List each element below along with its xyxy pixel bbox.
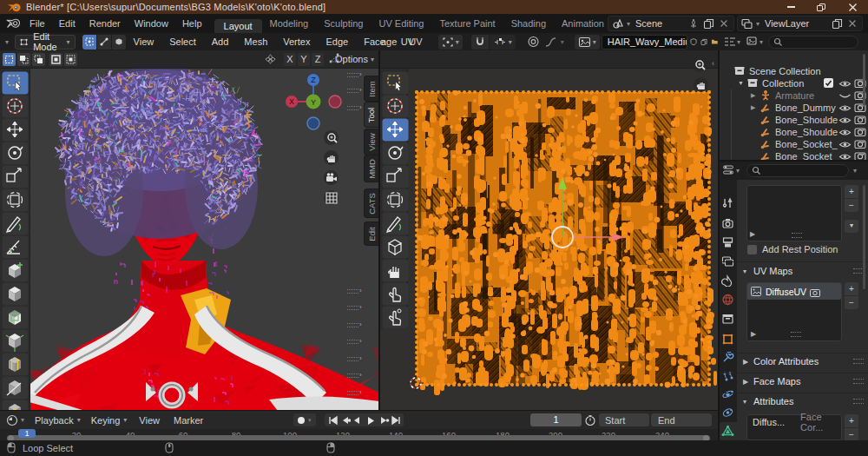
svg-text:Z: Z — [311, 76, 316, 84]
svg-text:X: X — [289, 97, 294, 106]
svg-text:Y: Y — [311, 98, 316, 107]
